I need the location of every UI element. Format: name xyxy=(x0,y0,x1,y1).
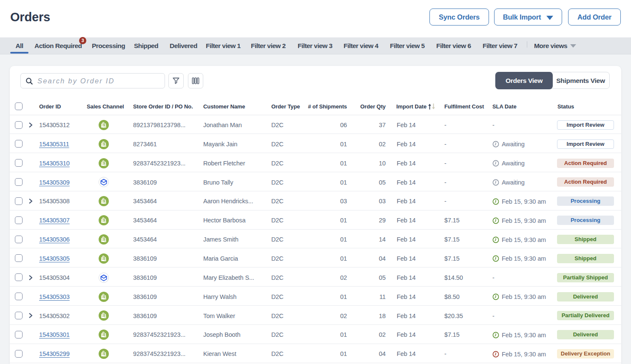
svg-text:S: S xyxy=(102,237,105,242)
svg-text:S: S xyxy=(102,122,105,127)
svg-text:S: S xyxy=(102,313,105,318)
svg-text:S: S xyxy=(102,142,105,146)
svg-text:S: S xyxy=(102,333,105,337)
svg-text:S: S xyxy=(102,161,105,165)
svg-text:S: S xyxy=(102,256,105,261)
svg-text:S: S xyxy=(102,199,105,204)
svg-text:S: S xyxy=(102,351,105,356)
svg-text:S: S xyxy=(102,218,105,222)
svg-text:S: S xyxy=(102,294,105,299)
